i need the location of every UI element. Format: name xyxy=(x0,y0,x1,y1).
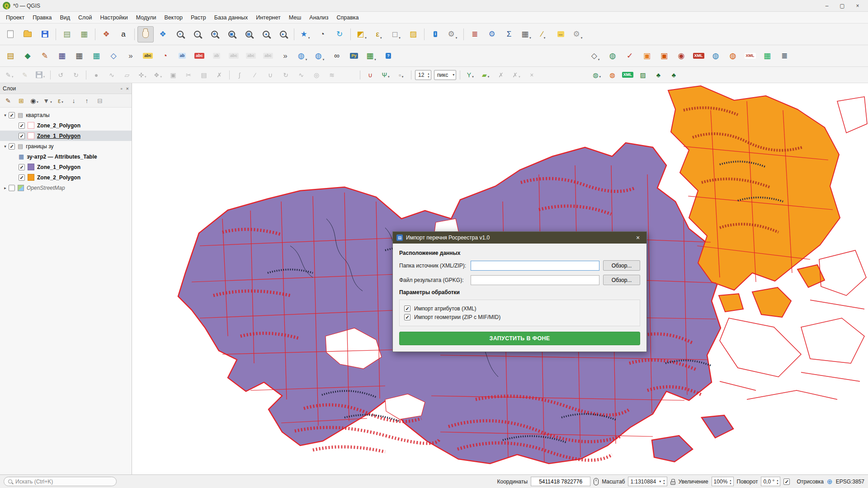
zoom-full[interactable]: ✜ xyxy=(206,26,222,42)
help-contents[interactable]: ? xyxy=(380,48,396,64)
compliance-check[interactable]: ✓ xyxy=(622,48,638,64)
import-attributes-checkbox[interactable]: ✓ xyxy=(404,305,410,312)
change-label[interactable]: abc xyxy=(243,48,259,64)
layer-visibility-checkbox[interactable]: ✓ xyxy=(19,122,25,129)
save-project[interactable] xyxy=(37,26,53,42)
pan-map[interactable] xyxy=(137,26,154,42)
deselect-all[interactable]: ◻▾ xyxy=(388,26,404,42)
new-bookmark[interactable]: ★▾ xyxy=(297,26,313,42)
dropdown-arrow-icon[interactable]: ▾ xyxy=(659,479,661,483)
zoom-in[interactable]: + xyxy=(172,26,188,42)
atlas-layout[interactable]: ▣ xyxy=(639,48,655,64)
new-print-layout[interactable]: ▤ xyxy=(59,26,75,42)
select-by-form[interactable]: ▨ xyxy=(405,26,421,42)
refresh-map[interactable]: ↻ xyxy=(331,26,348,42)
zoom-to-layer[interactable]: ▤ xyxy=(241,26,257,42)
new-geopackage-layer[interactable]: ◆ xyxy=(19,48,36,64)
magnifier-combo[interactable]: 100% ▴ ▾ xyxy=(712,477,734,486)
delete-selected[interactable]: ✗ xyxy=(212,69,226,81)
collapse-all-button[interactable]: ↑ xyxy=(81,95,93,107)
forest-tool-2[interactable]: ♣ xyxy=(666,69,681,81)
rotation-spinner[interactable]: ▴ ▾ xyxy=(777,479,778,485)
add-polygon-feature[interactable]: ▱ xyxy=(120,69,134,81)
statistical-summary[interactable]: ≣ xyxy=(467,26,483,42)
data-source-manager[interactable]: ▤ xyxy=(2,48,19,64)
globe-tool-orange[interactable]: ◍ xyxy=(605,69,619,81)
web-globe-2[interactable]: ◍▾ xyxy=(311,48,328,64)
style-manager[interactable]: ❖ xyxy=(98,26,114,42)
select-by-expression[interactable]: ε▾ xyxy=(371,26,387,42)
globe-tool-green[interactable]: ◍▾ xyxy=(590,69,604,81)
layer-row[interactable]: ▾✓▤границы зу xyxy=(0,141,132,151)
new-raster-layer[interactable]: ▦ xyxy=(71,48,87,64)
grass-tools[interactable]: ▦▾ xyxy=(363,48,379,64)
web-globe-1[interactable]: ◍▾ xyxy=(294,48,311,64)
toolbar-overflow-1[interactable]: » xyxy=(123,48,139,64)
db-manager[interactable]: ◉ xyxy=(673,48,689,64)
filter-expression-button[interactable]: ε▾ xyxy=(55,95,66,107)
delete-part[interactable]: ✗ xyxy=(494,69,508,81)
remove-layer-button[interactable]: ⊟ xyxy=(94,95,106,107)
spin-down-icon[interactable]: ▾ xyxy=(663,482,665,485)
lock-scale-icon[interactable] xyxy=(670,481,675,485)
panel-close-button[interactable]: × xyxy=(126,86,129,91)
layer-visibility-checkbox[interactable]: ✓ xyxy=(9,143,15,150)
dropdown-arrow-icon[interactable]: ▾ xyxy=(453,73,454,77)
redo[interactable]: ↻ xyxy=(69,69,83,81)
zoom-to-selection[interactable]: ▣ xyxy=(223,26,240,42)
vertex-tool[interactable]: ✜▾ xyxy=(135,69,150,81)
scale-spinner[interactable]: ▴ ▾ xyxy=(663,479,665,485)
copy-features[interactable]: ▣ xyxy=(166,69,180,81)
layer-row[interactable]: ▾✓▤кварталы xyxy=(0,110,132,120)
rotate-label[interactable]: abc xyxy=(226,48,242,64)
orange-globe[interactable]: ◍ xyxy=(725,48,741,64)
green-grid-plugin[interactable]: ▦ xyxy=(759,48,775,64)
browse-result-button[interactable]: Обзор... xyxy=(603,275,640,285)
mouse-extent-icon[interactable] xyxy=(594,478,599,485)
show-layout-manager[interactable]: ▦ xyxy=(76,26,92,42)
current-edits[interactable]: ✎▾ xyxy=(2,69,17,81)
toolbar-overflow-2[interactable]: » xyxy=(277,48,293,64)
layer-labeling[interactable]: abc xyxy=(140,48,156,64)
menu-database[interactable]: База данных xyxy=(210,12,252,23)
coordinates-input[interactable] xyxy=(531,477,590,486)
xml-check[interactable]: XML xyxy=(620,69,635,81)
layer-visibility-checkbox[interactable]: ✓ xyxy=(9,112,15,118)
open-project[interactable] xyxy=(19,26,36,42)
offset-units-combo[interactable]: пикс▾ xyxy=(434,70,457,80)
menu-web[interactable]: Интернет xyxy=(252,12,285,23)
highlight-labels[interactable]: abc xyxy=(191,48,208,64)
layer-row[interactable]: ✓Zone_1_Polygon xyxy=(0,131,132,141)
toggle-editing[interactable]: ✎ xyxy=(18,69,32,81)
xml-export[interactable]: XML xyxy=(690,48,707,64)
menu-vector[interactable]: Вектор xyxy=(160,12,187,23)
layer-row[interactable]: ✓Zone_1_Polygon xyxy=(0,162,132,172)
open-attribute-table[interactable]: ▦▾ xyxy=(518,26,534,42)
save-layer-edits[interactable]: ▾ xyxy=(33,69,47,81)
spin-up-icon[interactable]: ▴ xyxy=(777,479,778,482)
measure[interactable]: ∕▾ xyxy=(535,26,552,42)
layer-visibility-checkbox[interactable]: ✓ xyxy=(19,133,25,139)
menu-help[interactable]: Справка xyxy=(333,12,363,23)
spin-up-icon[interactable]: ▴ xyxy=(663,479,665,482)
merge-features[interactable]: ∪ xyxy=(263,69,278,81)
menu-view[interactable]: Вид xyxy=(56,12,74,23)
menu-settings[interactable]: Настройки xyxy=(96,12,132,23)
manage-map-themes-button[interactable]: ◉▾ xyxy=(28,95,40,107)
shape-digitizing[interactable]: ▰▾ xyxy=(478,69,493,81)
snapping-options[interactable]: ▫▾ xyxy=(394,69,408,81)
split-features[interactable]: ∕ xyxy=(248,69,262,81)
menu-analysis[interactable]: Анализ xyxy=(305,12,332,23)
browse-source-button[interactable]: Обзор... xyxy=(603,260,640,271)
expand-all-button[interactable]: ↓ xyxy=(68,95,80,107)
forest-tool-1[interactable]: ♣ xyxy=(651,69,665,81)
delete-ring[interactable]: ✗▾ xyxy=(509,69,524,81)
result-file-input[interactable] xyxy=(471,275,599,285)
show-statistics[interactable]: Σ xyxy=(501,26,517,42)
new-virtual-layer[interactable]: ◇ xyxy=(105,48,122,64)
wire-globe[interactable]: ◍ xyxy=(708,48,724,64)
zoom-out[interactable]: − xyxy=(189,26,205,42)
run-in-background-button[interactable]: ЗАПУСТИТЬ В ФОНЕ xyxy=(399,332,640,345)
tracing-toggle[interactable]: Ψ▾ xyxy=(378,69,393,81)
layer-row[interactable]: ▦зу-атр2 — Attributes_Table xyxy=(0,151,132,162)
